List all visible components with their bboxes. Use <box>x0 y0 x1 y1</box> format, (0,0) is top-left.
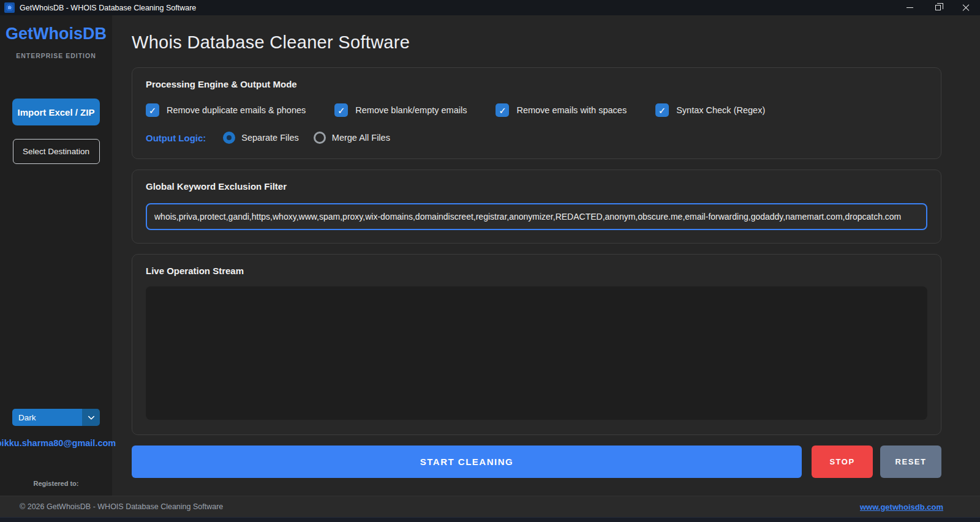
import-excel-zip-button[interactable]: Import Excel / ZIP <box>12 99 100 125</box>
radio-label: Merge All Files <box>332 133 390 143</box>
window-controls <box>895 0 980 15</box>
maximize-button[interactable] <box>924 0 952 15</box>
window-bottom-edge <box>0 517 980 522</box>
radio-label: Separate Files <box>241 133 299 143</box>
registered-to-label: Registered to: <box>34 480 79 487</box>
restore-icon <box>935 5 941 10</box>
live-stream-panel: Live Operation Stream <box>132 254 941 435</box>
checkbox-label: Remove blank/empty emails <box>355 105 467 115</box>
checkbox-label: Remove emails with spaces <box>516 105 627 115</box>
close-button[interactable] <box>952 0 980 15</box>
radio-unselected-icon <box>314 132 326 144</box>
app-window: GetWhoisDB - WHOIS Database Cleaning Sof… <box>0 0 980 522</box>
checkbox-label: Remove duplicate emails & phones <box>167 105 306 115</box>
processing-panel: Processing Engine & Output Mode ✓ Remove… <box>132 67 941 159</box>
action-bar: START CLEANING STOP RESET <box>132 446 941 478</box>
registered-email: bikku.sharma80@gmail.com <box>0 438 116 448</box>
keyword-filter-input[interactable] <box>146 203 927 230</box>
radio-selected-icon <box>223 132 235 144</box>
keyword-filter-title: Global Keyword Exclusion Filter <box>146 181 927 192</box>
checkbox-label: Syntax Check (Regex) <box>676 105 765 115</box>
window-title: GetWhoisDB - WHOIS Database Cleaning Sof… <box>20 4 196 12</box>
checkbox-checked-icon: ✓ <box>655 103 669 117</box>
sidebar: GetWhoisDB ENTERPRISE EDITION Import Exc… <box>0 15 112 496</box>
main-content: Whois Database Cleaner Software Processi… <box>112 15 980 496</box>
checkbox-row: ✓ Remove duplicate emails & phones ✓ Rem… <box>146 103 927 117</box>
checkbox-syntax-check[interactable]: ✓ Syntax Check (Regex) <box>655 103 765 117</box>
app-brand: GetWhoisDB <box>6 24 107 43</box>
titlebar: GetWhoisDB - WHOIS Database Cleaning Sof… <box>0 0 980 15</box>
checkbox-checked-icon: ✓ <box>496 103 509 117</box>
start-cleaning-button[interactable]: START CLEANING <box>132 446 802 478</box>
close-icon <box>962 4 970 12</box>
radio-separate-files[interactable]: Separate Files <box>223 132 299 144</box>
status-footer: © 2026 GetWhoisDB - WHOIS Database Clean… <box>0 496 980 517</box>
edition-label: ENTERPRISE EDITION <box>16 52 96 59</box>
radio-merge-all-files[interactable]: Merge All Files <box>314 132 390 144</box>
checkbox-remove-spaces[interactable]: ✓ Remove emails with spaces <box>496 103 627 117</box>
theme-select-arrow <box>82 409 100 426</box>
checkbox-checked-icon: ✓ <box>146 103 159 117</box>
output-logic-label: Output Logic: <box>146 133 206 143</box>
output-logic-row: Output Logic: Separate Files Merge All F… <box>146 132 927 144</box>
keyword-filter-panel: Global Keyword Exclusion Filter <box>132 170 941 244</box>
processing-panel-title: Processing Engine & Output Mode <box>146 79 927 89</box>
chevron-down-icon <box>88 413 94 420</box>
select-destination-button[interactable]: Select Destination <box>13 139 100 164</box>
minimize-button[interactable] <box>895 0 924 15</box>
page-title: Whois Database Cleaner Software <box>132 32 941 53</box>
reset-button[interactable]: RESET <box>880 446 941 478</box>
website-link[interactable]: www.getwhoisdb.com <box>860 502 943 512</box>
checkbox-remove-blank[interactable]: ✓ Remove blank/empty emails <box>334 103 467 117</box>
stop-button[interactable]: STOP <box>812 446 873 478</box>
operation-log <box>146 286 927 420</box>
live-stream-title: Live Operation Stream <box>146 266 927 276</box>
checkbox-remove-duplicates[interactable]: ✓ Remove duplicate emails & phones <box>146 103 306 117</box>
minimize-icon <box>907 7 913 8</box>
copyright-text: © 2026 GetWhoisDB - WHOIS Database Clean… <box>20 502 223 511</box>
theme-select-value: Dark <box>12 409 82 426</box>
theme-select[interactable]: Dark <box>12 409 100 426</box>
app-logo-icon <box>4 2 15 13</box>
checkbox-checked-icon: ✓ <box>334 103 348 117</box>
